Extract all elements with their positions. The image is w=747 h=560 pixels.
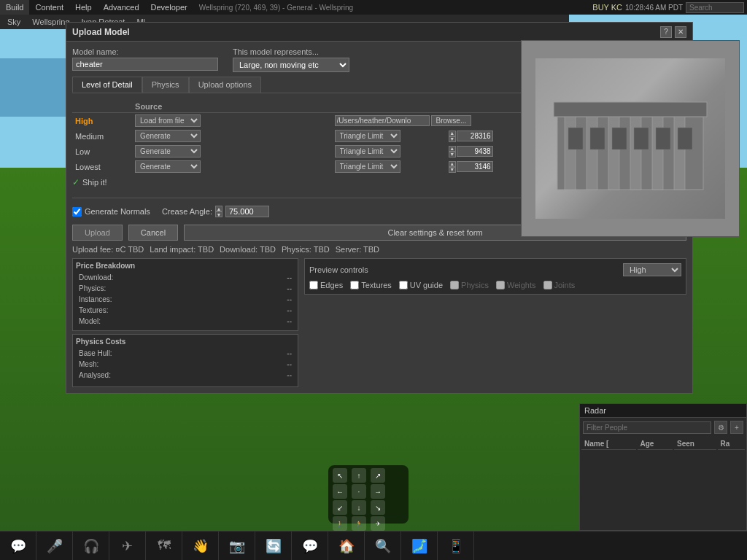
lod-lowest-method-select[interactable]: Triangle Limit <box>335 160 400 173</box>
taskbar-map[interactable]: 🗺 <box>146 532 182 561</box>
tab-physics[interactable]: Physics <box>142 77 189 93</box>
lod-lowest-down[interactable]: ▼ <box>449 167 456 173</box>
taskbar-chat2[interactable]: 💬 <box>292 532 328 561</box>
taskbar-inventory[interactable]: 🔄 <box>255 532 292 561</box>
lod-high-browse-button[interactable]: Browse... <box>431 115 472 126</box>
radar-filter-input[interactable] <box>583 421 711 434</box>
taskbar: 💬 🎤 🎧 ✈ 🗺 👋 📷 🔄 💬 🏠 🔍 🗾 📱 <box>0 531 747 560</box>
generate-normals-checkbox[interactable] <box>72 207 82 217</box>
radar-filter-row: ⚙ + <box>580 418 746 437</box>
window-title: Wellspring (720, 469, 39) - General - We… <box>193 4 359 12</box>
move-empty1 <box>390 468 404 483</box>
search-input[interactable] <box>686 2 744 13</box>
lod-medium-value-group: ▲ ▼ <box>449 131 525 142</box>
menu-developer[interactable]: Developer <box>145 0 193 15</box>
menu-content[interactable]: Content <box>29 0 69 15</box>
lod-medium-down[interactable]: ▼ <box>449 136 456 142</box>
preview-joints-checkbox <box>543 281 552 289</box>
move-n[interactable]: ↑ <box>352 468 366 483</box>
radar-col-ra: Ra <box>718 438 746 450</box>
move-walk[interactable]: 🚶 <box>333 516 347 531</box>
lod-low-value-group: ▲ ▼ <box>449 146 525 158</box>
dialog-close-button[interactable]: ✕ <box>675 26 686 38</box>
taskbar-search[interactable]: 🔍 <box>365 532 401 561</box>
preview-weights-checkbox <box>496 281 505 289</box>
radar-table: Name [ Age Seen Ra <box>580 437 746 451</box>
taskbar-chat[interactable]: 💬 <box>0 532 36 561</box>
crease-angle-input[interactable] <box>225 206 269 217</box>
lod-low-value-input[interactable] <box>457 146 493 157</box>
lod-medium-source-select[interactable]: Generate <box>135 130 201 142</box>
lod-high-path-input[interactable] <box>335 115 430 126</box>
lod-medium-value-input[interactable] <box>457 131 493 141</box>
buy-label[interactable]: BUY KC <box>592 3 622 12</box>
lod-low-up[interactable]: ▲ <box>449 146 456 152</box>
move-nw[interactable]: ↖ <box>333 468 347 483</box>
lod-low-method-select[interactable]: Triangle Limit <box>335 145 400 158</box>
lod-low-down[interactable]: ▼ <box>449 152 456 158</box>
radar-settings-button[interactable]: ⚙ <box>714 421 727 434</box>
price-physics-label: Physics: <box>77 284 255 293</box>
tab-upload-options[interactable]: Upload options <box>189 77 261 93</box>
preview-textures-checkbox[interactable] <box>350 281 359 289</box>
move-run[interactable]: 🏃 <box>352 516 366 531</box>
move-se[interactable]: ↘ <box>371 500 385 515</box>
lod-high-source-select[interactable]: Load from file <box>135 114 201 127</box>
taskbar-home[interactable]: 🏠 <box>328 532 365 561</box>
move-ne[interactable]: ↗ <box>371 468 385 483</box>
crease-up[interactable]: ▲ <box>215 206 222 211</box>
preview-edges-checkbox[interactable] <box>309 281 318 289</box>
move-e[interactable]: → <box>371 484 385 499</box>
upload-button[interactable]: Upload <box>72 225 123 241</box>
lod-medium-method-select[interactable]: Triangle Limit <box>335 130 400 142</box>
menu-help[interactable]: Help <box>69 0 98 15</box>
move-empty2 <box>390 484 404 499</box>
taskbar-gesture[interactable]: 👋 <box>182 532 219 561</box>
lod-medium-up[interactable]: ▲ <box>449 131 456 136</box>
price-row-physics: Physics: -- <box>77 284 293 293</box>
bottom-left-panel: Price Breakdown Download: -- Physics: --… <box>72 258 298 387</box>
radar-add-button[interactable]: + <box>730 421 743 434</box>
taskbar-fly[interactable]: ✈ <box>109 532 146 561</box>
taskbar-audio[interactable]: 🎧 <box>73 532 109 561</box>
move-sw[interactable]: ↙ <box>333 500 347 515</box>
preview-quality-select[interactable]: High Medium Low <box>623 263 681 276</box>
lod-lowest-up[interactable]: ▲ <box>449 161 456 167</box>
move-fly[interactable]: ✈ <box>371 516 385 531</box>
taskbar-snapshot[interactable]: 📷 <box>219 532 255 561</box>
preview-controls-panel: Preview controls High Medium Low Edges <box>304 258 686 295</box>
move-w[interactable]: ← <box>333 484 347 499</box>
radar-col-seen: Seen <box>674 438 716 450</box>
physics-row-analysed: Analysed: -- <box>77 370 293 380</box>
lod-lowest-source-select[interactable]: Generate <box>135 160 201 173</box>
lod-low-source-select[interactable]: Generate <box>135 145 201 158</box>
price-row-instances: Instances: -- <box>77 295 293 304</box>
lod-lowest-value-input[interactable] <box>457 161 493 172</box>
dialog-help-button[interactable]: ? <box>660 26 672 38</box>
radar-panel: Radar ⚙ + Name [ Age Seen Ra <box>579 403 747 531</box>
taskbar-mobile[interactable]: 📱 <box>438 532 474 561</box>
model-name-label: Model name: <box>72 47 218 56</box>
crease-down[interactable]: ▼ <box>215 211 222 217</box>
crease-angle-label: Crease Angle: <box>162 207 212 216</box>
lod-medium-spinner: ▲ ▼ <box>449 131 456 142</box>
svg-rect-12 <box>656 128 670 149</box>
svg-rect-7 <box>554 102 707 117</box>
physics-mesh-value: -- <box>255 359 293 369</box>
move-center[interactable]: · <box>352 484 366 499</box>
menu-build[interactable]: Build <box>0 0 29 15</box>
time-display: 10:28:46 AM PDT <box>625 4 683 12</box>
taskbar-world[interactable]: 🗾 <box>401 532 438 561</box>
menu-advanced[interactable]: Advanced <box>98 0 145 15</box>
model-svg <box>550 73 711 204</box>
cancel-button[interactable]: Cancel <box>128 225 178 241</box>
tab-sky[interactable]: Sky <box>3 18 25 26</box>
model-name-input[interactable] <box>72 58 218 71</box>
tab-level-of-detail[interactable]: Level of Detail <box>72 77 142 93</box>
move-s[interactable]: ↓ <box>352 500 366 515</box>
ship-it-label[interactable]: Ship it! <box>82 178 107 187</box>
represents-select[interactable]: Large, non moving etc <box>233 58 349 72</box>
taskbar-voice[interactable]: 🎤 <box>36 532 73 561</box>
preview-uvguide-checkbox[interactable] <box>399 281 408 289</box>
preview-3d-panel <box>521 40 740 237</box>
